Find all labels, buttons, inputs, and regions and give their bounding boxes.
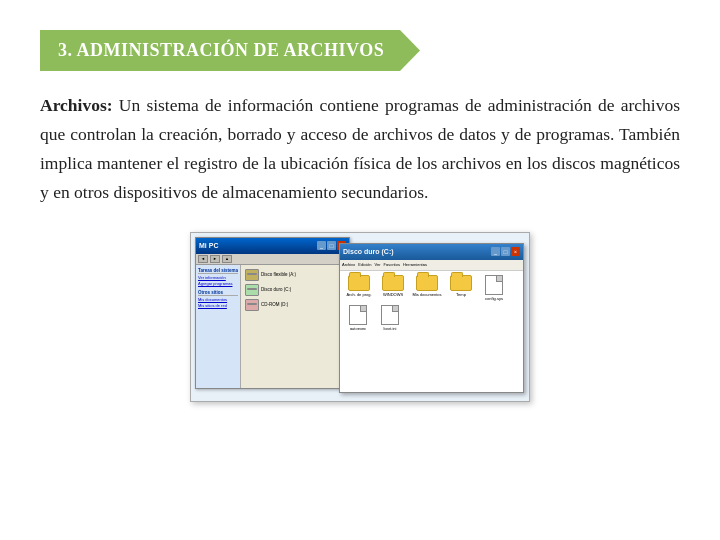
right-maximize-icon: □ — [501, 247, 510, 256]
file-label-2: autoexec — [350, 326, 366, 331]
sidebar-tasks-title: Tareas del sistema — [198, 268, 238, 274]
file-item-2: autoexec — [344, 305, 372, 331]
file-icon-1 — [485, 275, 503, 295]
left-toolbar: ◄ ► ▲ — [196, 254, 349, 265]
file-item-1: config.sys — [480, 275, 508, 301]
toolbar-favorites: Favoritos — [383, 262, 399, 267]
file-label-1: config.sys — [485, 296, 503, 301]
content-paragraph: Archivos: Un sistema de información cont… — [40, 91, 680, 207]
right-titlebar: Disco duro (C:) _ □ × — [340, 244, 523, 260]
sidebar-item-programs: Agregar programas — [198, 281, 238, 287]
maximize-icon: □ — [327, 241, 336, 250]
drive-c-icon — [245, 284, 259, 296]
right-window-title: Disco duro (C:) — [343, 248, 394, 255]
toolbar-forward: ► — [210, 255, 220, 263]
right-toolbar: Archivo Edición Ver Favoritos Herramient… — [340, 260, 523, 271]
minimize-icon: _ — [317, 241, 326, 250]
right-window-body: Arch. de prog. WINDOWS Mis documentos Te… — [340, 271, 523, 335]
sidebar-item-net: Mis sitios de red — [198, 303, 238, 309]
folder-icon-2 — [382, 275, 404, 291]
slide-container: 3. ADMINISTRACIÓN DE ARCHIVOS Archivos: … — [0, 0, 720, 540]
folder-label-3: Mis documentos — [412, 292, 441, 297]
folder-icon-4 — [450, 275, 472, 291]
right-window-controls: _ □ × — [491, 247, 520, 256]
folder-icon-1 — [348, 275, 370, 291]
left-sidebar: Tareas del sistema Ver información Agreg… — [196, 265, 241, 388]
drive-d-label: CD-ROM (D:) — [261, 302, 288, 307]
folder-item-3: Mis documentos — [412, 275, 442, 301]
header-banner: 3. ADMINISTRACIÓN DE ARCHIVOS — [40, 30, 420, 71]
folder-icon-3 — [416, 275, 438, 291]
drive-item-a: Disco flexible (A:) — [245, 269, 345, 281]
left-window: Mi PC _ □ × ◄ ► ▲ Tareas del sistema — [195, 237, 350, 389]
drive-item-c: Disco duro (C:) — [245, 284, 345, 296]
toolbar-tools: Herramientas — [403, 262, 427, 267]
folder-item-2: WINDOWS — [378, 275, 408, 301]
toolbar-edit: Edición — [358, 262, 371, 267]
sidebar-section-tasks: Tareas del sistema Ver información Agreg… — [198, 268, 238, 287]
file-icon-3 — [381, 305, 399, 325]
folder-label-2: WINDOWS — [383, 292, 403, 297]
screenshot-image: Mi PC _ □ × ◄ ► ▲ Tareas del sistema — [190, 232, 530, 402]
archivos-text: Un sistema de información contiene progr… — [40, 95, 680, 202]
folder-label-1: Arch. de prog. — [346, 292, 371, 297]
drive-a-icon — [245, 269, 259, 281]
header-title: 3. ADMINISTRACIÓN DE ARCHIVOS — [58, 40, 384, 60]
drive-a-label: Disco flexible (A:) — [261, 272, 296, 277]
drive-item-d: CD-ROM (D:) — [245, 299, 345, 311]
sidebar-places-title: Otros sitios — [198, 290, 238, 296]
folder-label-4: Temp — [456, 292, 466, 297]
toolbar-view: Ver — [374, 262, 380, 267]
screenshot-section: Mi PC _ □ × ◄ ► ▲ Tareas del sistema — [40, 232, 680, 402]
right-minimize-icon: _ — [491, 247, 500, 256]
toolbar-file: Archivo — [342, 262, 355, 267]
toolbar-up: ▲ — [222, 255, 232, 263]
file-item-3: boot.ini — [376, 305, 404, 331]
right-window: Disco duro (C:) _ □ × Archivo Edición Ve… — [339, 243, 524, 393]
file-icon-2 — [349, 305, 367, 325]
toolbar-back: ◄ — [198, 255, 208, 263]
archivos-label: Archivos: — [40, 95, 113, 115]
folder-item-4: Temp — [446, 275, 476, 301]
left-titlebar: Mi PC _ □ × — [196, 238, 349, 254]
left-main-content: Disco flexible (A:) Disco duro (C:) CD-R… — [241, 265, 349, 388]
folder-item-1: Arch. de prog. — [344, 275, 374, 301]
sidebar-section-places: Otros sitios Mis documentos Mis sitios d… — [198, 290, 238, 309]
left-window-body: Tareas del sistema Ver información Agreg… — [196, 265, 349, 388]
left-window-title: Mi PC — [199, 242, 218, 249]
right-close-icon: × — [511, 247, 520, 256]
drive-d-icon — [245, 299, 259, 311]
drive-c-label: Disco duro (C:) — [261, 287, 291, 292]
file-label-3: boot.ini — [384, 326, 397, 331]
